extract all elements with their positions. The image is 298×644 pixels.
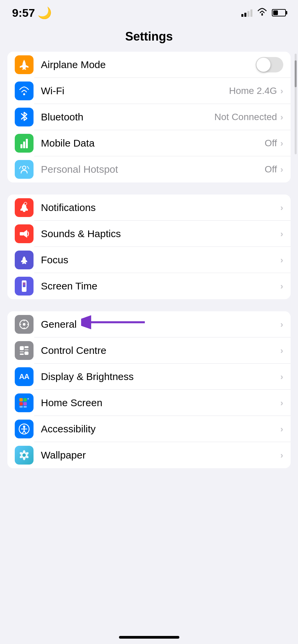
svg-rect-24 bbox=[24, 352, 28, 355]
screen-time-icon bbox=[15, 277, 34, 296]
alerts-group: Notifications › Sounds & Haptics › F bbox=[7, 195, 291, 299]
svg-line-37 bbox=[24, 431, 26, 433]
svg-point-5 bbox=[22, 166, 26, 169]
notifications-label: Notifications bbox=[41, 202, 280, 213]
display-group: General › bbox=[7, 311, 291, 468]
svg-rect-3 bbox=[23, 142, 25, 148]
signal-icon bbox=[241, 9, 252, 17]
accessibility-label: Accessibility bbox=[41, 423, 280, 435]
svg-rect-22 bbox=[20, 352, 24, 352]
control-centre-chevron: › bbox=[280, 345, 283, 356]
home-screen-icon bbox=[15, 393, 34, 412]
wifi-icon bbox=[256, 7, 268, 18]
svg-rect-23 bbox=[20, 354, 24, 355]
notifications-icon bbox=[15, 198, 34, 217]
wifi-icon-row bbox=[15, 82, 34, 100]
svg-rect-30 bbox=[23, 406, 27, 408]
svg-rect-2 bbox=[20, 144, 22, 148]
svg-rect-21 bbox=[24, 350, 28, 350]
svg-rect-26 bbox=[23, 398, 27, 401]
svg-rect-28 bbox=[23, 402, 27, 406]
svg-rect-4 bbox=[26, 139, 28, 148]
focus-chevron: › bbox=[280, 255, 283, 265]
svg-rect-11 bbox=[23, 282, 25, 285]
home-screen-chevron: › bbox=[280, 398, 283, 408]
wallpaper-icon bbox=[15, 446, 34, 465]
personal-hotspot-chevron: › bbox=[280, 164, 283, 175]
focus-row[interactable]: Focus › bbox=[7, 247, 291, 273]
screen-time-chevron: › bbox=[280, 281, 283, 291]
screen-time-row[interactable]: Screen Time › bbox=[7, 273, 291, 299]
wifi-chevron: › bbox=[280, 86, 283, 96]
personal-hotspot-row[interactable]: Personal Hotspot Off › bbox=[7, 156, 291, 182]
wallpaper-row[interactable]: Wallpaper › bbox=[7, 442, 291, 468]
screen-time-label: Screen Time bbox=[41, 280, 280, 292]
general-icon bbox=[15, 315, 34, 334]
display-brightness-label: Display & Brightness bbox=[41, 371, 280, 382]
focus-icon bbox=[15, 251, 34, 269]
svg-rect-29 bbox=[19, 406, 23, 408]
home-screen-row[interactable]: Home Screen › bbox=[7, 390, 291, 416]
wifi-value: Home 2.4G bbox=[229, 86, 277, 96]
focus-label: Focus bbox=[41, 254, 280, 266]
svg-point-13 bbox=[23, 323, 25, 326]
wallpaper-chevron: › bbox=[280, 450, 283, 461]
airplane-mode-icon bbox=[15, 55, 34, 74]
mobile-data-value: Off bbox=[264, 138, 277, 149]
sounds-haptics-label: Sounds & Haptics bbox=[41, 228, 280, 239]
accessibility-row[interactable]: Accessibility › bbox=[7, 416, 291, 442]
airplane-mode-label: Airplane Mode bbox=[41, 59, 256, 70]
svg-rect-31 bbox=[27, 398, 29, 399]
battery-icon bbox=[272, 9, 286, 16]
mobile-data-row[interactable]: Mobile Data Off › bbox=[7, 130, 291, 156]
accessibility-icon bbox=[15, 420, 34, 438]
scrollbar-track bbox=[295, 54, 297, 154]
display-brightness-icon: AA bbox=[15, 367, 34, 386]
bluetooth-label: Bluetooth bbox=[41, 111, 215, 123]
notifications-chevron: › bbox=[280, 203, 283, 213]
personal-hotspot-label: Personal Hotspot bbox=[41, 164, 264, 175]
scrollbar-thumb bbox=[295, 60, 297, 87]
status-time: 9:57 🌙 bbox=[12, 6, 52, 19]
svg-point-44 bbox=[22, 453, 26, 457]
bluetooth-value: Not Connected bbox=[215, 112, 277, 122]
wallpaper-label: Wallpaper bbox=[41, 449, 280, 461]
wifi-label: Wi-Fi bbox=[41, 85, 229, 97]
sounds-haptics-row[interactable]: Sounds & Haptics › bbox=[7, 221, 291, 247]
bluetooth-chevron: › bbox=[280, 112, 283, 122]
control-centre-label: Control Centre bbox=[41, 345, 280, 356]
svg-marker-8 bbox=[24, 230, 27, 238]
general-chevron: › bbox=[280, 319, 283, 330]
personal-hotspot-icon bbox=[15, 160, 34, 179]
page-title: Settings bbox=[0, 23, 298, 52]
svg-rect-25 bbox=[19, 398, 23, 401]
notifications-row[interactable]: Notifications › bbox=[7, 195, 291, 221]
airplane-mode-toggle[interactable] bbox=[256, 57, 283, 72]
svg-rect-19 bbox=[20, 346, 24, 350]
svg-rect-27 bbox=[19, 402, 23, 406]
general-label: General bbox=[41, 319, 280, 330]
svg-rect-7 bbox=[20, 232, 24, 235]
status-icons bbox=[241, 7, 286, 18]
svg-point-0 bbox=[261, 14, 263, 15]
airplane-mode-row[interactable]: Airplane Mode bbox=[7, 52, 291, 78]
svg-point-1 bbox=[23, 93, 25, 95]
general-row[interactable]: General › bbox=[7, 311, 291, 337]
personal-hotspot-value: Off bbox=[264, 164, 277, 175]
display-brightness-chevron: › bbox=[280, 372, 283, 382]
home-screen-label: Home Screen bbox=[41, 397, 280, 409]
control-centre-row[interactable]: Control Centre › bbox=[7, 337, 291, 364]
time-display: 9:57 bbox=[12, 6, 35, 19]
bluetooth-row[interactable]: Bluetooth Not Connected › bbox=[7, 104, 291, 130]
home-indicator bbox=[119, 636, 179, 639]
moon-icon: 🌙 bbox=[38, 6, 52, 19]
connectivity-group: Airplane Mode Wi-Fi Home 2.4G › bbox=[7, 52, 291, 182]
wifi-row[interactable]: Wi-Fi Home 2.4G › bbox=[7, 78, 291, 104]
svg-point-6 bbox=[24, 202, 27, 205]
mobile-data-label: Mobile Data bbox=[41, 138, 264, 149]
sounds-haptics-icon bbox=[15, 224, 34, 243]
control-centre-icon bbox=[15, 341, 34, 360]
accessibility-chevron: › bbox=[280, 424, 283, 434]
svg-rect-20 bbox=[24, 346, 28, 348]
display-brightness-row[interactable]: AA Display & Brightness › bbox=[7, 364, 291, 390]
